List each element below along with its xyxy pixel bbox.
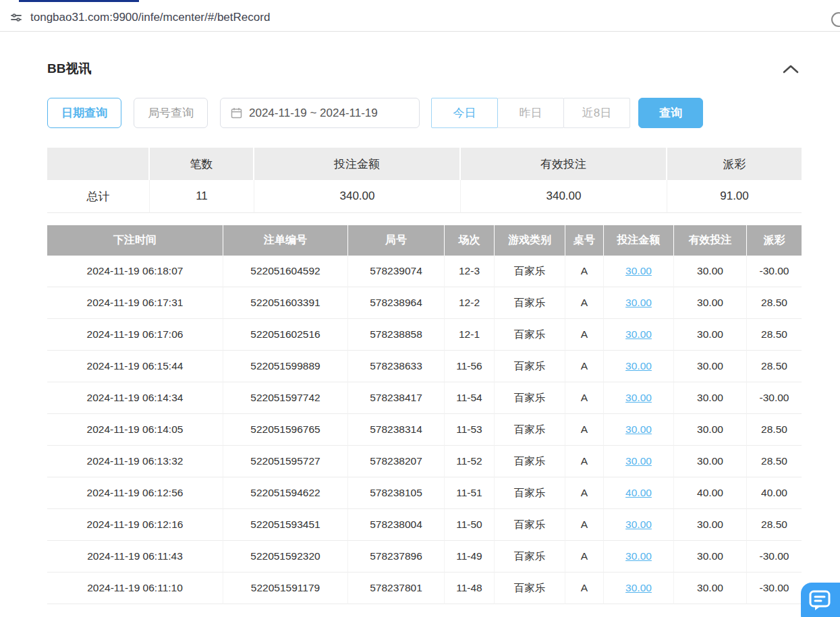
site-settings-icon[interactable] — [9, 11, 23, 24]
header-game-type: 游戏类别 — [495, 225, 565, 256]
table-no-cell: A — [565, 287, 604, 319]
bet-time-cell: 2024-11-19 06:11:10 — [47, 572, 223, 604]
url-text[interactable]: tongbao31.com:9900/infe/mcenter/#/betRec… — [30, 11, 270, 24]
bet-amount-link[interactable]: 30.00 — [625, 297, 652, 308]
summary-valid-bet-value: 340.00 — [461, 180, 667, 213]
valid-bet-cell: 30.00 — [674, 256, 747, 287]
date-query-button[interactable]: 日期查询 — [47, 98, 121, 128]
bet-row: 2024-11-19 06:12:16522051593451578238004… — [47, 509, 802, 541]
game-type-cell: 百家乐 — [495, 351, 565, 382]
summary-table: 笔数 投注金额 有效投注 派彩 总计 11 340.00 340.00 91.0… — [47, 148, 802, 213]
session-cell: 11-52 — [445, 446, 495, 477]
bet-amount-link[interactable]: 30.00 — [625, 265, 652, 276]
table-no-cell: A — [565, 256, 604, 287]
header-table-no: 桌号 — [565, 225, 604, 256]
round-no-cell: 578238964 — [348, 287, 445, 319]
order-id-cell: 522051602516 — [223, 319, 348, 351]
session-cell: 11-54 — [445, 382, 495, 414]
bet-amount-link[interactable]: 40.00 — [625, 487, 652, 498]
valid-bet-cell: 30.00 — [674, 351, 747, 382]
table-no-cell: A — [565, 509, 604, 541]
bet-amount-link[interactable]: 30.00 — [625, 455, 652, 467]
bet-row: 2024-11-19 06:17:06522051602516578238858… — [47, 319, 802, 351]
search-button[interactable]: 查询 — [638, 98, 703, 128]
date-range-input[interactable]: 2024-11-19 ~ 2024-11-19 — [220, 98, 420, 128]
payout-cell: 28.50 — [747, 319, 802, 351]
order-id-cell: 522051595727 — [223, 446, 348, 477]
bet-amount-cell: 30.00 — [604, 256, 674, 287]
summary-header-row: 笔数 投注金额 有效投注 派彩 — [47, 148, 802, 180]
customer-service-button[interactable] — [801, 583, 840, 617]
game-type-cell: 百家乐 — [495, 572, 565, 604]
quick-range-today[interactable]: 今日 — [431, 98, 498, 128]
bet-amount-link[interactable]: 30.00 — [625, 550, 652, 562]
valid-bet-cell: 30.00 — [674, 572, 747, 604]
browser-address-bar[interactable]: tongbao31.com:9900/infe/mcenter/#/betRec… — [0, 3, 840, 32]
quick-range-group: 今日 昨日 近8日 — [432, 98, 630, 128]
bet-amount-cell: 30.00 — [604, 287, 674, 319]
summary-header-blank — [47, 148, 150, 180]
header-valid-bet: 有效投注 — [674, 225, 747, 256]
round-no-cell: 578238105 — [348, 477, 445, 509]
bet-time-cell: 2024-11-19 06:13:32 — [47, 446, 223, 477]
payout-cell: -30.00 — [747, 572, 802, 604]
round-no-cell: 578238314 — [348, 414, 445, 446]
summary-total-label: 总计 — [47, 180, 150, 213]
session-cell: 12-2 — [445, 287, 495, 319]
valid-bet-cell: 30.00 — [674, 319, 747, 351]
header-round-no: 局号 — [348, 225, 445, 256]
payout-cell: 28.50 — [747, 414, 802, 446]
payout-cell: -30.00 — [747, 541, 802, 572]
bet-time-cell: 2024-11-19 06:17:06 — [47, 319, 223, 351]
bet-table-body: 2024-11-19 06:18:07522051604592578239074… — [47, 256, 802, 604]
bet-amount-cell: 30.00 — [604, 414, 674, 446]
quick-range-last8days[interactable]: 近8日 — [563, 98, 630, 128]
order-id-cell: 522051593451 — [223, 509, 348, 541]
bet-time-cell: 2024-11-19 06:14:05 — [47, 414, 223, 446]
page-title: BB视讯 — [47, 60, 91, 78]
game-type-cell: 百家乐 — [495, 319, 565, 351]
table-no-cell: A — [565, 414, 604, 446]
payout-cell: 28.50 — [747, 509, 802, 541]
bet-amount-link[interactable]: 30.00 — [625, 360, 652, 372]
bet-amount-link[interactable]: 30.00 — [625, 519, 652, 530]
order-id-cell: 522051596765 — [223, 414, 348, 446]
game-type-cell: 百家乐 — [495, 541, 565, 572]
collapse-chevron-up-icon[interactable] — [780, 63, 802, 75]
game-type-cell: 百家乐 — [495, 414, 565, 446]
bet-row: 2024-11-19 06:15:44522051599889578238633… — [47, 351, 802, 382]
round-no-cell: 578239074 — [348, 256, 445, 287]
header-payout: 派彩 — [747, 225, 802, 256]
bet-amount-link[interactable]: 30.00 — [625, 582, 652, 593]
bet-amount-link[interactable]: 30.00 — [625, 423, 652, 435]
valid-bet-cell: 30.00 — [674, 446, 747, 477]
payout-cell: -30.00 — [747, 382, 802, 414]
round-no-cell: 578238417 — [348, 382, 445, 414]
summary-payout-value: 91.00 — [667, 180, 802, 213]
order-id-cell: 522051594622 — [223, 477, 348, 509]
bet-amount-cell: 30.00 — [604, 509, 674, 541]
order-id-cell: 522051604592 — [223, 256, 348, 287]
browser-action-icon[interactable] — [831, 12, 840, 27]
table-no-cell: A — [565, 572, 604, 604]
table-no-cell: A — [565, 319, 604, 351]
order-id-cell: 522051603391 — [223, 287, 348, 319]
bet-time-cell: 2024-11-19 06:15:44 — [47, 351, 223, 382]
round-no-cell: 578238004 — [348, 509, 445, 541]
bet-amount-cell: 30.00 — [604, 446, 674, 477]
table-no-cell: A — [565, 477, 604, 509]
summary-header-valid-bet: 有效投注 — [461, 148, 667, 180]
bet-amount-link[interactable]: 30.00 — [625, 392, 652, 403]
bet-row: 2024-11-19 06:17:31522051603391578238964… — [47, 287, 802, 319]
summary-header-payout: 派彩 — [667, 148, 802, 180]
header-bet-time: 下注时间 — [47, 225, 223, 256]
summary-header-count: 笔数 — [150, 148, 254, 180]
round-query-button[interactable]: 局号查询 — [134, 98, 208, 128]
bet-amount-link[interactable]: 30.00 — [625, 328, 652, 340]
calendar-icon — [231, 107, 242, 119]
session-cell: 11-53 — [445, 414, 495, 446]
valid-bet-cell: 30.00 — [674, 509, 747, 541]
quick-range-yesterday[interactable]: 昨日 — [497, 98, 564, 128]
session-cell: 11-56 — [445, 351, 495, 382]
bet-row: 2024-11-19 06:14:34522051597742578238417… — [47, 382, 802, 414]
